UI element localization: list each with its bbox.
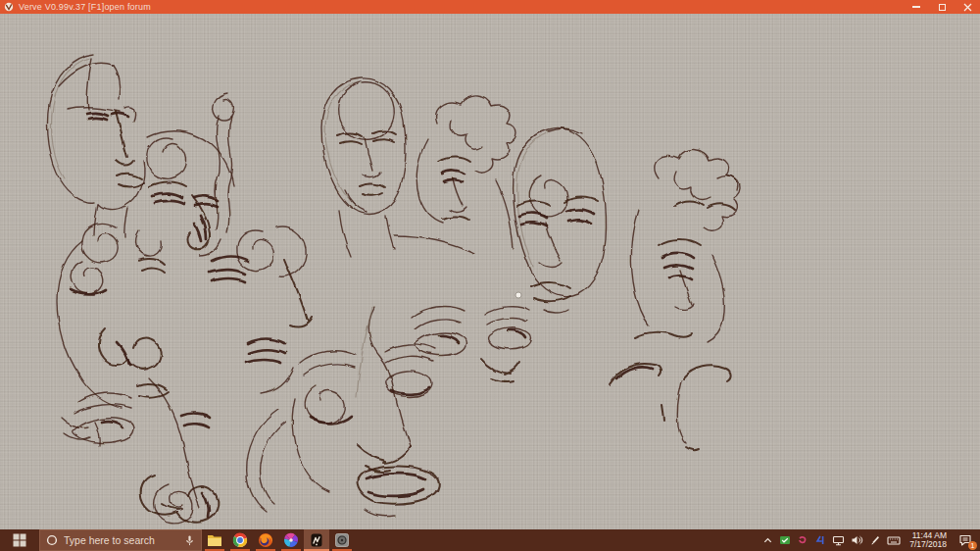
close-button[interactable]	[955, 0, 980, 14]
action-center-button[interactable]: 1	[953, 529, 978, 551]
taskbar-capture-utility-button[interactable]	[329, 529, 355, 551]
sketch-face-5	[210, 226, 312, 394]
tray-green-utility[interactable]	[776, 529, 794, 551]
notification-badge: 1	[968, 541, 977, 550]
taskbar-clock[interactable]: 11:44 AM 7/17/2018	[904, 531, 953, 550]
tray-touch-keyboard[interactable]	[884, 529, 904, 551]
tray-volume[interactable]	[848, 529, 866, 551]
windows-logo-icon	[13, 533, 26, 547]
chevron-up-icon	[762, 535, 773, 546]
start-button[interactable]	[0, 529, 39, 551]
taskbar-pinwheel-app-button[interactable]	[278, 529, 304, 551]
firefox-icon	[258, 532, 273, 548]
verve-icon	[309, 532, 324, 548]
chrome-icon	[232, 532, 248, 548]
tray-network[interactable]	[829, 529, 848, 551]
pinwheel-app-icon	[283, 532, 299, 548]
maximize-icon	[939, 4, 946, 11]
sketch-face-7	[293, 308, 439, 517]
brush-cursor	[515, 292, 521, 298]
red-utility-icon	[797, 534, 808, 546]
sketch-face-12	[632, 149, 741, 341]
sketch-face-9	[321, 78, 474, 257]
sketch-face-2	[147, 131, 233, 255]
volume-icon	[851, 534, 863, 546]
clock-date: 7/17/2018	[909, 540, 947, 550]
taskbar-firefox-button[interactable]	[253, 529, 278, 551]
sketch-face-4	[57, 224, 169, 408]
search-placeholder: Type here to search	[64, 534, 178, 546]
sketch-loose-marks	[61, 410, 286, 523]
tray-blue-utility[interactable]	[811, 529, 829, 551]
taskbar-app-buttons	[202, 529, 355, 551]
minimize-button[interactable]	[904, 0, 929, 14]
file-explorer-icon	[207, 533, 222, 547]
system-tray: 11:44 AM 7/17/2018 1	[760, 529, 980, 551]
window-titlebar: Verve V0.99v.37 [F1]open forum	[0, 0, 980, 14]
search-input[interactable]: Type here to search	[39, 529, 202, 551]
hidden-icons-chevron[interactable]	[760, 529, 776, 551]
taskbar-chrome-button[interactable]	[227, 529, 253, 551]
sketch-ribbon	[214, 94, 234, 231]
sketch-face-11	[514, 127, 607, 313]
sketch-face-13	[610, 364, 730, 450]
taskbar-verve-button-active[interactable]	[304, 529, 329, 551]
green-utility-icon	[779, 534, 791, 546]
face-sketches	[48, 55, 741, 523]
cortana-circle-icon	[46, 534, 58, 546]
taskbar-file-explorer-button[interactable]	[202, 529, 227, 551]
capture-utility-icon	[334, 532, 350, 548]
verve-app-logo-icon	[4, 2, 14, 12]
window-title: Verve V0.99v.37 [F1]open forum	[19, 2, 151, 12]
close-icon	[963, 3, 972, 12]
sketch-face-6	[74, 378, 219, 523]
taskbar: Type here to search	[0, 529, 980, 551]
sketch-face-10	[416, 96, 516, 247]
desktop-screen: Verve V0.99v.37 [F1]open forum	[0, 0, 980, 551]
touch-keyboard-icon	[887, 534, 901, 546]
maximize-button[interactable]	[929, 0, 955, 14]
sketch-face-1	[48, 55, 162, 256]
network-icon	[832, 534, 845, 546]
drawing-canvas[interactable]	[0, 14, 980, 529]
tray-red-utility[interactable]	[794, 529, 811, 551]
minimize-icon	[912, 6, 920, 8]
tray-pen[interactable]	[866, 529, 884, 551]
blue-utility-icon	[814, 534, 826, 546]
microphone-icon[interactable]	[184, 534, 195, 547]
pen-icon	[869, 534, 881, 546]
sketch-face-8	[412, 307, 530, 382]
